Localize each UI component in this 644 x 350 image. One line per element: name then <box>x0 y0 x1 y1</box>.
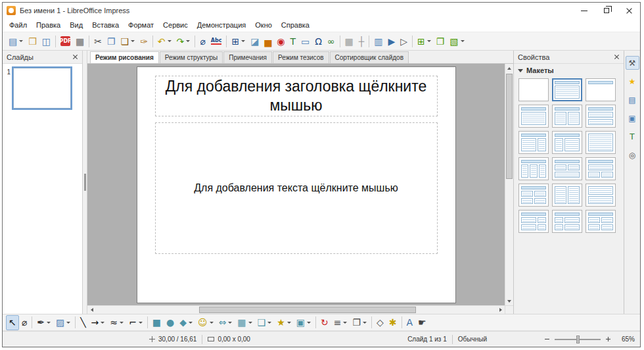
tab-drawing[interactable]: Режим рисования <box>90 51 159 63</box>
layout-content-only[interactable] <box>586 131 616 154</box>
layout-right-wide[interactable] <box>552 131 582 154</box>
sidebar-tab-styles[interactable]: T <box>626 130 639 143</box>
dropdown-caret-icon[interactable] <box>47 322 51 324</box>
menu-insert[interactable]: Вставка <box>87 19 124 31</box>
vertical-scrollbar[interactable] <box>505 64 513 305</box>
horizontal-scrollbar[interactable] <box>87 305 505 314</box>
display-grid-button[interactable]: ▦ <box>342 34 356 49</box>
insert-image-button[interactable]: ◪ <box>248 34 262 49</box>
insert-line-button[interactable]: ╲ <box>78 315 88 330</box>
duplicate-slide-button[interactable]: ❐ <box>434 34 448 49</box>
insert-table-button[interactable]: ⊞ <box>229 34 248 49</box>
layout-content[interactable] <box>518 105 549 128</box>
redo-button[interactable]: ↷ <box>174 34 193 49</box>
insert-hyperlink-button[interactable]: ∞ <box>325 34 338 49</box>
curve-button[interactable]: ≈ <box>107 315 126 330</box>
slide-canvas[interactable]: Для добавления заголовка щёлкните мышью … <box>137 66 456 303</box>
dropdown-caret-icon[interactable] <box>186 40 190 42</box>
scroll-left-icon[interactable] <box>87 305 96 314</box>
dropdown-caret-icon[interactable] <box>101 322 104 324</box>
ellipse-button[interactable]: ● <box>164 315 177 330</box>
print-button[interactable]: ▦ <box>73 34 87 49</box>
left-panel-splitter[interactable] <box>83 51 87 314</box>
insert-text-box-button[interactable]: T <box>287 34 298 49</box>
dropdown-caret-icon[interactable] <box>19 40 23 42</box>
layout-one-over-two[interactable] <box>586 157 616 180</box>
dropdown-caret-icon[interactable] <box>287 322 291 324</box>
insert-chart-button[interactable]: ▅ <box>262 34 274 49</box>
zoom-in-button[interactable] <box>604 335 612 343</box>
stars-button[interactable]: ★ <box>274 315 294 330</box>
display-views-button[interactable]: ▥ <box>371 34 385 49</box>
align-button[interactable]: ≡ <box>331 315 350 330</box>
sidebar-tab-slide-transition[interactable]: ▤ <box>626 93 639 107</box>
fontwork-button[interactable]: A <box>404 315 416 330</box>
new-slide-button[interactable]: ⊞ <box>415 34 434 49</box>
horizontal-scroll-thumb[interactable] <box>199 307 416 313</box>
zoom-button[interactable]: ⌀ <box>19 315 30 330</box>
dropdown-caret-icon[interactable] <box>228 322 232 324</box>
layout-two-rows[interactable] <box>586 105 616 128</box>
start-from-current-slide-button[interactable]: ▷ <box>398 34 410 49</box>
undo-button[interactable]: ↶ <box>155 34 174 49</box>
dropdown-caret-icon[interactable] <box>248 322 252 324</box>
line-ends-arrow-button[interactable]: → <box>89 315 108 330</box>
vertical-scroll-thumb[interactable] <box>506 74 513 179</box>
dropdown-caret-icon[interactable] <box>189 322 193 324</box>
zoom-slider-thumb[interactable] <box>576 336 580 343</box>
dropdown-caret-icon[interactable] <box>168 40 172 42</box>
fill-color-button[interactable]: ▨ <box>53 315 73 330</box>
dropdown-caret-icon[interactable] <box>139 322 143 324</box>
save-button[interactable]: ◫ <box>39 34 53 49</box>
slide-layout-button[interactable]: ▧ <box>447 34 467 49</box>
title-placeholder[interactable]: Для добавления заголовка щёлкните мышью <box>155 76 438 116</box>
tab-sorter[interactable]: Сортировщик слайдов <box>330 51 409 63</box>
dropdown-caret-icon[interactable] <box>241 40 245 42</box>
tab-notes[interactable]: Примечания <box>223 51 272 63</box>
scroll-right-icon[interactable] <box>496 305 505 314</box>
layout-two-rows-plain[interactable] <box>586 184 616 207</box>
zoom-out-button[interactable] <box>543 335 551 343</box>
dropdown-caret-icon[interactable] <box>343 322 347 324</box>
helplines-button[interactable]: ┼ <box>356 34 367 49</box>
layout-title-content[interactable] <box>552 78 582 101</box>
dropdown-caret-icon[interactable] <box>120 322 124 324</box>
dropdown-caret-icon[interactable] <box>307 322 311 324</box>
layout-three-content[interactable] <box>518 157 549 180</box>
layout-four-grid[interactable] <box>586 210 616 233</box>
sidebar-tab-navigator[interactable]: ◎ <box>626 148 639 162</box>
insert-media-button[interactable]: ◉ <box>274 34 287 49</box>
line-style-button[interactable]: ✒ <box>34 315 53 330</box>
3d-objects-button[interactable]: ▣ <box>294 315 313 330</box>
menu-file[interactable]: Файл <box>5 19 32 31</box>
block-arrows-button[interactable]: ⇔ <box>216 315 235 330</box>
symbol-shapes-button[interactable]: ☺ <box>195 315 216 330</box>
menu-help[interactable]: Справка <box>277 19 314 31</box>
edit-points-button[interactable]: ◇ <box>374 315 386 330</box>
layout-four-content[interactable] <box>518 184 549 207</box>
layout-grid-left[interactable] <box>518 210 549 233</box>
open-button[interactable]: ❒ <box>26 34 39 49</box>
sidebar-tab-properties[interactable]: ⚒ <box>626 56 639 70</box>
layout-two-content[interactable] <box>552 105 582 128</box>
layout-two-over-one[interactable] <box>552 157 582 180</box>
find-replace-button[interactable]: ⌀ <box>197 34 208 49</box>
special-character-button[interactable]: Ω <box>312 34 325 49</box>
dropdown-caret-icon[interactable] <box>427 40 431 42</box>
spelling-button[interactable]: Abc <box>208 34 225 49</box>
layout-left-wide[interactable] <box>518 131 549 154</box>
zoom-level[interactable]: 65% <box>612 336 635 343</box>
menu-slideshow[interactable]: Демонстрация <box>193 19 251 31</box>
dropdown-caret-icon[interactable] <box>363 322 367 324</box>
scroll-down-icon[interactable] <box>505 297 513 305</box>
tab-outline[interactable]: Режим структуры <box>160 51 223 63</box>
layout-title-only[interactable] <box>586 78 616 101</box>
sidebar-tab-animation[interactable]: ★ <box>626 74 639 88</box>
export-pdf-button[interactable]: PDF <box>58 34 73 49</box>
start-from-first-slide-button[interactable]: ▶ <box>385 34 398 49</box>
slides-panel-close-icon[interactable] <box>72 54 78 60</box>
dropdown-caret-icon[interactable] <box>267 322 271 324</box>
tab-handout[interactable]: Режим тезисов <box>273 51 329 63</box>
cut-button[interactable]: ✂ <box>91 34 104 49</box>
clone-formatting-button[interactable]: ✑ <box>137 34 150 49</box>
